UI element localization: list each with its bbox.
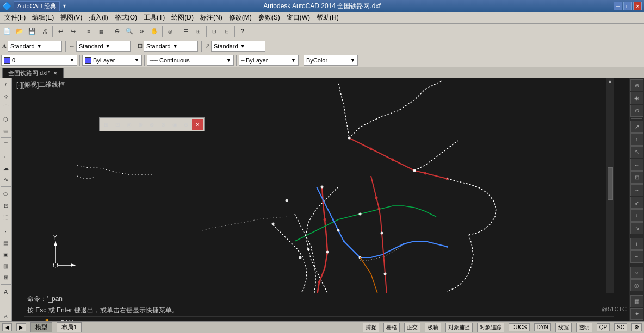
lineweight-dropdown[interactable]: ━ ByLayer ▼ bbox=[239, 55, 299, 66]
view-controls-btn-1[interactable]: ⊕ bbox=[630, 79, 643, 91]
multileader-style-dropdown[interactable]: Standard▼ bbox=[211, 41, 265, 52]
redo-button[interactable]: ↪ bbox=[67, 26, 79, 37]
menu-item-e[interactable]: 编辑(E) bbox=[29, 12, 57, 23]
linetype-dropdown[interactable]: ━━━ Continuous ▼ bbox=[147, 55, 234, 66]
view-controls-btn-7[interactable]: ← bbox=[630, 159, 643, 171]
otrack-status[interactable]: 对象追踪 bbox=[477, 323, 504, 332]
ortho-status[interactable]: 正交 bbox=[404, 323, 420, 332]
insert-button[interactable]: ⊡ bbox=[1, 200, 11, 211]
float-btn-3[interactable]: ◎ bbox=[123, 119, 134, 130]
matchprop-button[interactable]: ≡ bbox=[83, 26, 95, 37]
new-button[interactable]: 📄 bbox=[1, 26, 13, 37]
xline-button[interactable]: ⊹ bbox=[1, 91, 11, 102]
menu-item-s[interactable]: 参数(S) bbox=[255, 12, 283, 23]
vertical-scrollbar[interactable]: ▲ ▼ bbox=[606, 78, 614, 301]
dim-style-dropdown[interactable]: Standard▼ bbox=[76, 41, 131, 52]
scroll-up-arrow[interactable]: ▲ bbox=[608, 78, 613, 84]
dyn-status[interactable]: DYN bbox=[534, 323, 551, 331]
gradient-button[interactable]: ▣ bbox=[1, 249, 11, 260]
scroll-thumb-v[interactable] bbox=[608, 167, 613, 200]
snap-button[interactable]: ⊟ bbox=[221, 26, 233, 37]
drawing-tab[interactable]: 全国铁路网.dxf* ✕ bbox=[2, 68, 64, 78]
layer-dropdown[interactable]: 0 ▼ bbox=[1, 55, 77, 66]
text-style-dropdown[interactable]: Standard▼ bbox=[8, 41, 62, 52]
tpmode-status[interactable]: 透明 bbox=[576, 323, 592, 332]
3dorbit-button[interactable]: ◎ bbox=[164, 26, 176, 37]
circle-button[interactable]: ○ bbox=[1, 151, 11, 162]
float-btn-2[interactable]: ⊡ bbox=[112, 119, 123, 130]
makeblock-button[interactable]: ⬚ bbox=[1, 211, 11, 222]
toolbar-select-dropdown[interactable]: AutoCAD 经典 bbox=[14, 1, 60, 11]
open-button[interactable]: 📂 bbox=[14, 26, 26, 37]
menu-item-h[interactable]: 帮助(H) bbox=[313, 12, 342, 23]
minimize-button[interactable]: ─ bbox=[614, 2, 622, 10]
zoom-extents-button[interactable]: ⊕ bbox=[111, 26, 123, 37]
cmd-cancel-icon[interactable]: ✕ bbox=[26, 319, 32, 322]
view-controls-btn-11[interactable]: ↓ bbox=[630, 209, 643, 221]
cmd-settings-icon[interactable]: ▼ bbox=[34, 319, 40, 321]
layer-button[interactable]: ▦ bbox=[95, 26, 107, 37]
rectangle-button[interactable]: ▭ bbox=[1, 125, 11, 136]
model-tab[interactable]: 模型 bbox=[30, 322, 52, 332]
color-dropdown[interactable]: ByLayer ▼ bbox=[82, 55, 142, 66]
osnap-status[interactable]: 对象捕捉 bbox=[445, 323, 473, 332]
plot-button[interactable]: 🖨 bbox=[39, 26, 51, 37]
close-button[interactable]: ✕ bbox=[633, 2, 642, 10]
free-orbit-btn[interactable]: ◎ bbox=[630, 279, 643, 291]
lw-status[interactable]: 线宽 bbox=[555, 323, 572, 332]
menu-item-n[interactable]: 标注(N) bbox=[197, 12, 226, 23]
save-button[interactable]: 💾 bbox=[26, 26, 38, 37]
sc-status[interactable]: SC bbox=[614, 323, 627, 331]
view-controls-btn-8[interactable]: ⊡ bbox=[630, 171, 643, 183]
polar-status[interactable]: 极轴 bbox=[425, 323, 441, 332]
arc-button[interactable]: ⌒ bbox=[1, 140, 11, 150]
float-btn-8[interactable]: ⊙ bbox=[181, 119, 191, 130]
qp-status[interactable]: QP bbox=[597, 323, 610, 331]
view-controls-btn-10[interactable]: ↙ bbox=[630, 197, 643, 209]
table-style-dropdown[interactable]: Standard▼ bbox=[144, 41, 198, 52]
table-button[interactable]: ⊞ bbox=[1, 272, 11, 282]
render-btn[interactable]: ✦ bbox=[630, 308, 643, 320]
zoom-window-button[interactable]: 🔍 bbox=[123, 26, 135, 37]
menu-item-v[interactable]: 视图(V) bbox=[57, 12, 85, 23]
view-controls-btn-2[interactable]: ◉ bbox=[630, 92, 643, 104]
spline-button[interactable]: ∿ bbox=[1, 174, 11, 185]
polyline-button[interactable]: ⌒ bbox=[1, 102, 11, 113]
zoom-prev-button[interactable]: ⟳ bbox=[136, 26, 148, 37]
mtext-button[interactable]: A bbox=[1, 286, 11, 297]
view-controls-btn-5[interactable]: ↑ bbox=[630, 133, 643, 145]
nav-prev-btn[interactable]: ◀ bbox=[2, 323, 12, 331]
plotstyle-dropdown[interactable]: ByColor ▼ bbox=[304, 55, 358, 66]
revcloud-button[interactable]: ☁ bbox=[1, 162, 11, 173]
canvas-area[interactable]: [-][俯视]二维线框 ⊞ ⊡ ◎ ⊕ ⊗ ⊘ ◉ ⊙ ✕ bbox=[12, 78, 629, 321]
zoom-in-btn[interactable]: + bbox=[630, 238, 643, 250]
grid-status[interactable]: 栅格 bbox=[383, 323, 400, 332]
menu-item-m[interactable]: 修改(M) bbox=[226, 12, 255, 23]
dropdown-arrow[interactable]: ▼ bbox=[62, 3, 67, 9]
view-controls-btn-9[interactable]: → bbox=[630, 184, 643, 196]
osnap-button[interactable]: ⊡ bbox=[208, 26, 220, 37]
tab-close-button[interactable]: ✕ bbox=[53, 71, 58, 76]
menu-item-f[interactable]: 文件(F) bbox=[1, 12, 29, 23]
menu-item-w[interactable]: 窗口(W) bbox=[283, 12, 313, 23]
polygon-button[interactable]: ⬡ bbox=[1, 114, 11, 124]
float-btn-4[interactable]: ⊕ bbox=[135, 119, 146, 130]
floating-toolbar[interactable]: ⊞ ⊡ ◎ ⊕ ⊗ ⊘ ◉ ⊙ ✕ bbox=[99, 117, 205, 131]
menu-item-i[interactable]: 插入(I) bbox=[85, 12, 111, 23]
3d-orbit-btn[interactable]: ○ bbox=[630, 267, 643, 279]
cmd-dropdown-arrow[interactable]: ▼ bbox=[76, 320, 81, 321]
view-controls-btn-12[interactable]: ↘ bbox=[630, 222, 643, 234]
zoom-out-btn[interactable]: − bbox=[630, 250, 643, 262]
restore-button[interactable]: □ bbox=[623, 2, 632, 10]
snap-status[interactable]: 捕捉 bbox=[363, 323, 379, 332]
view-controls-btn-4[interactable]: ↗ bbox=[630, 121, 643, 133]
pan-button[interactable]: ✋ bbox=[148, 26, 160, 37]
settings-cog[interactable]: ⚙ bbox=[631, 323, 642, 331]
help-button[interactable]: ? bbox=[237, 26, 249, 37]
point-button[interactable]: · bbox=[1, 226, 11, 237]
float-btn-6[interactable]: ⊘ bbox=[158, 119, 169, 130]
float-btn-5[interactable]: ⊗ bbox=[146, 119, 157, 130]
ducs-status[interactable]: DUCS bbox=[509, 323, 529, 331]
layout1-tab[interactable]: 布局1 bbox=[57, 322, 82, 332]
propertypanel-button[interactable]: ☰ bbox=[180, 26, 192, 37]
